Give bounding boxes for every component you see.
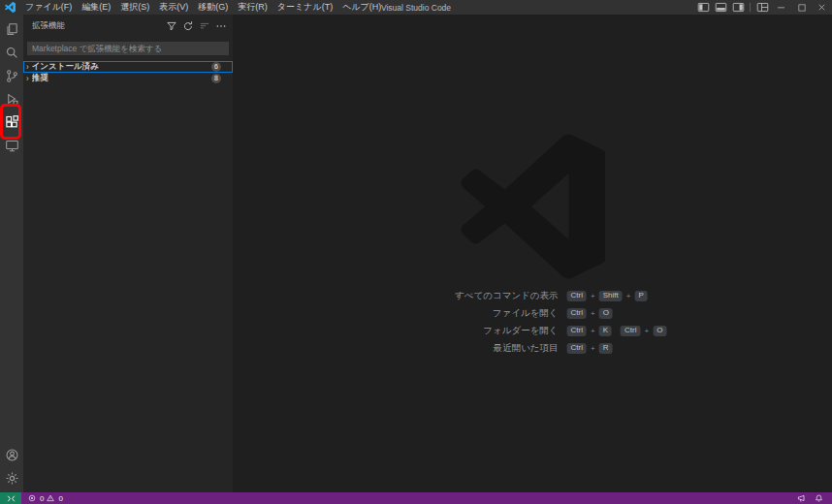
key-group: Ctrl+O	[567, 308, 613, 319]
shortcut-label: すべてのコマンドの表示	[394, 290, 559, 302]
maximize-button[interactable]	[791, 0, 812, 15]
menu-item-edit[interactable]: 編集(E)	[77, 0, 115, 15]
shortcut-key: O	[653, 326, 666, 336]
menu-item-terminal[interactable]: ターミナル(T)	[272, 0, 337, 15]
key-group: Ctrl+O	[621, 326, 666, 336]
vscode-logo-icon	[5, 2, 16, 13]
key-separator: +	[591, 327, 595, 335]
vscode-window: ファイル(F)編集(E)選択(S)表示(V)移動(G)実行(R)ターミナル(T)…	[0, 0, 832, 504]
section-label: インストール済み	[32, 61, 211, 73]
toggle-panel-button[interactable]	[712, 0, 729, 15]
titlebar-separator	[750, 3, 751, 12]
maximize-icon	[797, 3, 807, 13]
layout-sidebar-right-icon	[732, 1, 745, 14]
menu-item-view[interactable]: 表示(V)	[154, 0, 193, 15]
shortcut-row: すべてのコマンドの表示Ctrl+Shift+P	[394, 287, 672, 304]
watermark-shortcuts: すべてのコマンドの表示Ctrl+Shift+Pファイルを開くCtrl+Oフォルダ…	[394, 287, 672, 357]
key-separator: +	[626, 292, 631, 300]
activity-item-search[interactable]	[0, 41, 23, 64]
key-separator: +	[591, 309, 595, 318]
menu-item-go[interactable]: 移動(G)	[193, 0, 233, 15]
filter-icon	[166, 20, 177, 32]
shortcut-key: Ctrl	[567, 308, 587, 319]
layout-panel-icon	[715, 1, 727, 14]
shortcut-label: ファイルを開く	[394, 307, 559, 320]
feedback-button[interactable]	[797, 494, 806, 503]
extensions-search-input[interactable]	[27, 42, 229, 55]
refresh-button[interactable]	[182, 20, 194, 32]
activity-item-remote-explorer[interactable]	[0, 134, 23, 157]
extensions-panel-title: 拡張機能	[32, 20, 166, 32]
section-count-badge: 6	[211, 62, 221, 72]
titlebar-controls	[694, 0, 832, 15]
shortcut-key: O	[599, 308, 613, 319]
notifications-button[interactable]	[815, 494, 823, 503]
error-count: 0	[40, 494, 44, 503]
clear-search-results-button[interactable]	[199, 20, 210, 32]
extensions-sections: ›インストール済み6›推奨8	[23, 61, 233, 84]
activity-item-extensions[interactable]	[0, 110, 23, 134]
section-installed[interactable]: ›インストール済み6	[23, 61, 233, 73]
clear-search-icon	[199, 20, 210, 32]
problems-status[interactable]: 0 0	[21, 492, 70, 504]
menu-item-run[interactable]: 実行(R)	[233, 0, 272, 15]
warning-icon	[47, 494, 54, 502]
close-icon	[816, 2, 827, 13]
activity-item-source-control[interactable]	[0, 64, 23, 87]
activity-item-explorer[interactable]	[0, 17, 23, 41]
remote-explorer-icon	[5, 139, 19, 153]
section-label: 推奨	[32, 73, 211, 84]
shortcut-row: 最近開いた項目Ctrl+R	[394, 339, 672, 357]
shortcut-key: K	[599, 326, 612, 336]
files-icon	[5, 22, 19, 37]
search-icon	[5, 46, 19, 60]
toggle-sidebar-left-button[interactable]	[694, 0, 712, 15]
activity-item-run-debug[interactable]	[0, 87, 23, 110]
shortcut-key: Ctrl	[621, 326, 640, 336]
remote-icon	[7, 494, 16, 503]
customize-layout-icon	[756, 1, 769, 14]
key-group: Ctrl+R	[567, 343, 613, 354]
shortcut-label: フォルダーを開く	[394, 325, 559, 337]
refresh-icon	[182, 20, 194, 32]
filter-button[interactable]	[166, 20, 177, 32]
shortcut-key: R	[599, 343, 613, 354]
shortcut-key: P	[634, 291, 647, 301]
shortcut-keys: Ctrl+O	[567, 308, 618, 319]
source-control-icon	[5, 69, 19, 83]
shortcut-key: Ctrl	[567, 326, 587, 336]
activity-bar	[0, 15, 23, 492]
settings-button[interactable]	[0, 466, 23, 489]
statusbar-right	[797, 492, 832, 504]
more-actions-button[interactable]	[215, 20, 227, 32]
gear-icon	[5, 471, 19, 486]
menu-item-help[interactable]: ヘルプ(H)	[337, 0, 386, 15]
vscode-watermark-icon	[460, 134, 605, 279]
remote-indicator[interactable]	[0, 492, 21, 504]
warning-count: 0	[58, 494, 62, 503]
shortcut-key: Shift	[599, 291, 623, 301]
shortcut-keys: Ctrl+R	[567, 343, 618, 354]
shortcut-key: Ctrl	[567, 343, 587, 354]
menu-item-selection[interactable]: 選択(S)	[115, 0, 154, 15]
accounts-button[interactable]	[0, 443, 23, 466]
extensions-panel-header: 拡張機能	[23, 15, 233, 34]
chevron-right-icon: ›	[26, 74, 29, 83]
customize-layout-button[interactable]	[753, 0, 771, 15]
section-count-badge: 8	[211, 74, 221, 83]
key-group: Ctrl+K	[567, 326, 612, 336]
more-actions-icon	[215, 20, 227, 32]
error-icon	[28, 494, 36, 502]
toggle-sidebar-right-button[interactable]	[729, 0, 747, 15]
title-bar: ファイル(F)編集(E)選択(S)表示(V)移動(G)実行(R)ターミナル(T)…	[0, 0, 832, 15]
status-bar: 0 0	[0, 492, 832, 504]
section-recommended[interactable]: ›推奨8	[23, 73, 233, 84]
minimize-button[interactable]	[771, 0, 791, 15]
menu-item-file[interactable]: ファイル(F)	[20, 0, 77, 15]
shortcut-keys: Ctrl+Shift+P	[567, 291, 653, 301]
extensions-icon	[5, 115, 19, 130]
key-separator: +	[645, 327, 650, 335]
close-button[interactable]	[812, 0, 832, 15]
shortcut-label: 最近開いた項目	[394, 342, 559, 355]
minimize-icon	[776, 2, 786, 13]
